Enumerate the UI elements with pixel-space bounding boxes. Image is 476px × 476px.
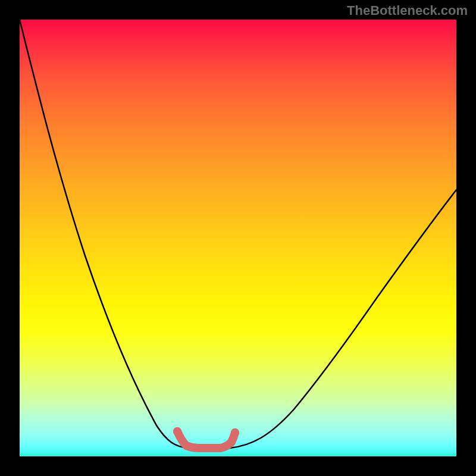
plot-area <box>20 20 456 456</box>
segment-endpoint-right <box>231 428 239 437</box>
bottom-highlight-segment <box>177 431 235 448</box>
left-curve <box>20 20 188 448</box>
watermark-text: TheBottleneck.com <box>347 3 468 18</box>
right-curve <box>230 190 456 448</box>
segment-endpoint-left <box>173 427 181 436</box>
chart-curves <box>20 20 456 456</box>
